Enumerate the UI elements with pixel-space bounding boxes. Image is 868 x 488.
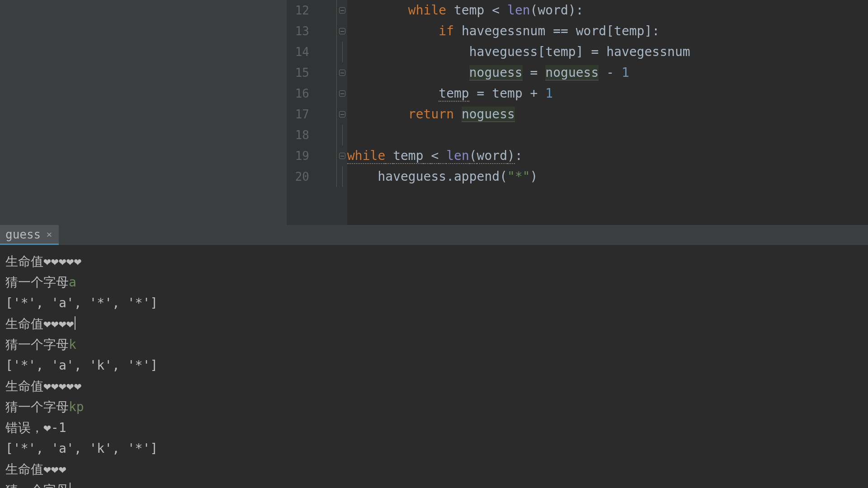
fold-column[interactable] xyxy=(336,104,347,125)
console-text: ['*', 'a', '*', '*'] xyxy=(5,296,158,310)
code-token: temp xyxy=(454,3,484,18)
code-token: + xyxy=(530,86,538,101)
line-number: 16 xyxy=(287,87,311,100)
editor-gutter[interactable]: 121314151617181920 xyxy=(287,0,347,225)
code-line[interactable]: temp = temp + 1 xyxy=(347,83,868,104)
gutter-row[interactable]: 20 xyxy=(287,166,347,187)
code-token: havegessnum xyxy=(606,44,690,59)
code-token xyxy=(484,86,492,101)
code-token: < xyxy=(492,3,500,18)
console-text: ['*', 'a', 'k', '*'] xyxy=(5,358,158,373)
code-token xyxy=(446,3,454,18)
console-text: 猜一个字母 xyxy=(5,399,69,414)
code-line[interactable]: haveguess.append("*") xyxy=(347,166,868,187)
run-console-output[interactable]: 生命值❤❤❤❤❤猜一个字母a['*', 'a', '*', '*']生命值❤❤❤… xyxy=(0,245,868,488)
code-token: noguess xyxy=(545,65,599,80)
fold-column[interactable] xyxy=(336,0,347,21)
code-token xyxy=(500,3,507,18)
code-token: temp xyxy=(393,148,423,164)
code-token: [ xyxy=(606,23,614,38)
run-tool-window: guess × 生命值❤❤❤❤❤猜一个字母a['*', 'a', '*', '*… xyxy=(0,225,868,488)
fold-column[interactable] xyxy=(336,21,347,42)
console-text: 生命值❤❤❤ xyxy=(5,462,66,477)
console-line: 猜一个字母 xyxy=(5,480,863,488)
console-line: 猜一个字母k xyxy=(5,334,863,355)
gutter-row[interactable]: 19 xyxy=(287,145,347,166)
run-tab-guess[interactable]: guess × xyxy=(0,225,59,245)
line-number: 13 xyxy=(287,24,311,38)
console-text: 猜一个字母 xyxy=(5,483,69,488)
gutter-row[interactable]: 12 xyxy=(287,0,347,21)
fold-column[interactable] xyxy=(336,42,347,62)
code-token xyxy=(599,65,606,80)
fold-toggle-icon[interactable] xyxy=(339,111,345,117)
fold-column[interactable] xyxy=(336,125,347,145)
console-text: 生命值❤❤❤❤❤ xyxy=(5,254,81,269)
code-token xyxy=(347,86,439,101)
fold-column[interactable] xyxy=(336,166,347,187)
console-text: 猜一个字母 xyxy=(5,337,69,352)
fold-column[interactable] xyxy=(336,83,347,104)
code-token: temp xyxy=(614,23,644,38)
console-text: 猜一个字母 xyxy=(5,275,69,290)
console-user-input: kp xyxy=(69,399,84,414)
code-line[interactable]: while temp < len(word): xyxy=(347,145,868,166)
code-token xyxy=(568,23,576,38)
code-token: word xyxy=(576,23,606,38)
code-token: = xyxy=(477,86,485,101)
gutter-row[interactable]: 17 xyxy=(287,104,347,125)
code-token: [ xyxy=(538,44,545,59)
console-line: 猜一个字母kp xyxy=(5,397,863,418)
gutter-row[interactable]: 15 xyxy=(287,62,347,83)
gutter-row[interactable]: 14 xyxy=(287,42,347,62)
line-number: 17 xyxy=(287,108,311,121)
code-token: ] xyxy=(576,44,584,59)
code-token: ) xyxy=(530,169,538,184)
code-token: : xyxy=(652,23,660,38)
console-line: 生命值❤❤❤ xyxy=(5,459,863,480)
code-token xyxy=(469,86,477,101)
console-line: 错误，❤-1 xyxy=(5,418,863,438)
console-line: 生命值❤❤❤❤ xyxy=(5,314,863,334)
code-line[interactable]: while temp < len(word): xyxy=(347,0,868,21)
code-token xyxy=(454,107,462,122)
gutter-row[interactable]: 16 xyxy=(287,83,347,104)
code-token xyxy=(439,148,446,164)
code-line[interactable]: return noguess xyxy=(347,104,868,125)
fold-toggle-icon[interactable] xyxy=(339,70,345,76)
code-token: ) xyxy=(507,148,515,164)
fold-column[interactable] xyxy=(336,62,347,83)
code-token: : xyxy=(576,3,584,18)
fold-toggle-icon[interactable] xyxy=(339,153,345,159)
console-text: 生命值❤❤❤❤❤ xyxy=(5,379,81,394)
code-line[interactable]: noguess = noguess - 1 xyxy=(347,62,868,83)
code-line[interactable] xyxy=(347,125,868,145)
fold-column[interactable] xyxy=(336,145,347,166)
code-token xyxy=(523,65,530,80)
code-token xyxy=(584,44,591,59)
code-token xyxy=(454,23,462,38)
code-token: word xyxy=(538,3,568,18)
fold-toggle-icon[interactable] xyxy=(339,90,345,97)
code-token: temp xyxy=(545,44,576,59)
code-token: ] xyxy=(644,23,652,38)
code-line[interactable]: haveguess[temp] = havegessnum xyxy=(347,42,868,62)
code-token: ( xyxy=(500,169,507,184)
code-line[interactable]: if havegessnum == word[temp]: xyxy=(347,21,868,42)
code-token: 1 xyxy=(622,65,629,80)
code-token: "*" xyxy=(507,169,530,184)
fold-toggle-icon[interactable] xyxy=(339,28,345,34)
code-token: noguess xyxy=(462,107,515,122)
fold-toggle-icon[interactable] xyxy=(339,7,345,14)
code-token: haveguess xyxy=(377,169,446,184)
editor-code-area[interactable]: while temp < len(word): if havegessnum =… xyxy=(347,0,868,225)
code-token: - xyxy=(606,65,614,80)
code-token: noguess xyxy=(469,65,523,80)
project-tool-window[interactable] xyxy=(0,0,287,225)
console-line: ['*', 'a', 'k', '*'] xyxy=(5,355,863,376)
line-number: 20 xyxy=(287,170,311,183)
line-number: 12 xyxy=(287,4,311,17)
gutter-row[interactable]: 13 xyxy=(287,21,347,42)
gutter-row[interactable]: 18 xyxy=(287,125,347,145)
close-icon[interactable]: × xyxy=(46,229,52,240)
